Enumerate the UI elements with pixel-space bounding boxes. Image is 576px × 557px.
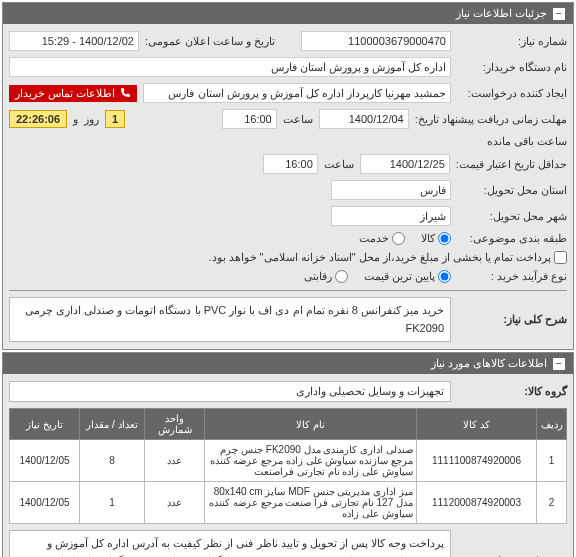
partial-pay-check[interactable]: پرداخت تمام یا بخشی از مبلغ خرید،از محل … [208,251,567,264]
label-req-no: شماره نیاز: [457,35,567,48]
category-radio-group: کالا خدمت [359,232,451,245]
label-buy-type: نوع فرآیند خرید : [457,270,567,283]
value-group: تجهیزات و وسایل تحصیلی واداری [9,381,451,402]
panel-title-2: اطلاعات کالاهای مورد نیاز [431,357,547,370]
th-code: کد کالا [417,409,537,440]
requirement-details-panel: − جزئیات اطلاعات نیاز شماره نیاز: 110000… [2,2,574,350]
label-time-2: ساعت [324,158,354,171]
table-row: 1 1111100874920006 صندلی اداری کارمندی م… [10,440,567,482]
label-ann-date: تاریخ و ساعت اعلان عمومی: [145,35,275,48]
label-remain: ساعت باقی مانده [487,135,567,148]
label-time-1: ساعت [283,113,313,126]
cell-idx: 1 [537,440,567,482]
radio-competitive-input[interactable] [335,270,348,283]
label-day: روز [84,113,99,126]
value-province: فارس [331,180,451,200]
partial-pay-checkbox[interactable] [554,251,567,264]
radio-service-label: خدمت [359,232,389,245]
label-deadline: مهلت زمانی دریافت پیشنهاد تاریخ: [415,113,567,126]
radio-lowest-input[interactable] [438,270,451,283]
value-cred-date: 1400/12/25 [360,154,450,174]
th-qty: تعداد / مقدار [80,409,145,440]
goods-info-panel: − اطلاعات کالاهای مورد نیاز گروه کالا: ت… [2,352,574,557]
panel-title-1: جزئیات اطلاعات نیاز [456,7,547,20]
label-city: شهر محل تحویل: [457,210,567,223]
panel-body-2: گروه کالا: تجهیزات و وسایل تحصیلی واداری… [3,374,573,557]
label-desc: شرح کلی نیاز: [457,313,567,326]
radio-goods[interactable]: کالا [421,232,451,245]
cell-date: 1400/12/05 [10,482,80,524]
value-req-no: 1100003679000470 [301,31,451,51]
label-cred-deadline: حداقل تاریخ اعتبار قیمت: [456,158,567,171]
collapse-toggle-2[interactable]: − [553,358,565,370]
partial-pay-label: پرداخت تمام یا بخشی از مبلغ خرید،از محل … [208,251,551,264]
table-row: 2 1112000874920003 میز اداری مدیریتی جنس… [10,482,567,524]
panel-header-2: − اطلاعات کالاهای مورد نیاز [3,353,573,374]
contact-label: اطلاعات تماس خریدار [15,87,115,100]
cell-name: میز اداری مدیریتی جنس MDF سایز 80x140 cm… [205,482,417,524]
label-and: و [73,113,78,126]
cell-code: 1111100874920006 [417,440,537,482]
radio-lowest-label: پایین ترین قیمت [364,270,435,283]
th-unit: واحد شمارش [145,409,205,440]
label-creator: ایجاد کننده درخواست: [457,87,567,100]
cell-qty: 8 [80,440,145,482]
collapse-toggle-1[interactable]: − [553,8,565,20]
value-buyer-org: اداره کل آموزش و پرورش استان فارس [9,57,451,77]
label-province: استان محل تحویل: [457,184,567,197]
label-category: طبقه بندی موضوعی: [457,232,567,245]
radio-goods-input[interactable] [438,232,451,245]
value-creator: جمشید مهرنیا کارپرداز اداره کل آموزش و پ… [143,83,451,103]
panel-body-1: شماره نیاز: 1100003679000470 تاریخ و ساع… [3,24,573,349]
goods-table: ردیف کد کالا نام کالا واحد شمارش تعداد /… [9,408,567,524]
cell-qty: 1 [80,482,145,524]
cell-code: 1112000874920003 [417,482,537,524]
panel-header-1: − جزئیات اطلاعات نیاز [3,3,573,24]
cell-name: صندلی اداری کارمندی مدل FK2090 جنس چرم م… [205,440,417,482]
th-idx: ردیف [537,409,567,440]
radio-service[interactable]: خدمت [359,232,405,245]
countdown-days: 1 [105,110,125,128]
contact-icon [119,87,131,99]
cell-unit: عدد [145,440,205,482]
value-city: شیراز [331,206,451,226]
cell-unit: عدد [145,482,205,524]
radio-lowest-price[interactable]: پایین ترین قیمت [364,270,451,283]
cell-date: 1400/12/05 [10,440,80,482]
radio-competitive[interactable]: رقابتی [304,270,348,283]
value-desc: خرید میز کنفرانس 8 نفره تمام ام دی اف با… [9,297,451,342]
cell-idx: 2 [537,482,567,524]
radio-competitive-label: رقابتی [304,270,332,283]
label-group: گروه کالا: [457,385,567,398]
value-cred-time: 16:00 [263,154,318,174]
label-buyer-org: نام دستگاه خریدار: [457,61,567,74]
value-deadline-time: 16:00 [222,109,277,129]
value-buyer-notes: پرداخت وجه کالا پس از تحویل و تایید ناظر… [9,530,451,557]
radio-goods-label: کالا [421,232,435,245]
th-name: نام کالا [205,409,417,440]
buy-type-radio-group: پایین ترین قیمت رقابتی [304,270,451,283]
radio-service-input[interactable] [392,232,405,245]
countdown-time: 22:26:06 [9,110,67,128]
value-deadline-date: 1400/12/04 [319,109,409,129]
value-ann-date: 1400/12/02 - 15:29 [9,31,139,51]
contact-buyer-button[interactable]: اطلاعات تماس خریدار [9,85,137,102]
th-date: تاریخ نیاز [10,409,80,440]
